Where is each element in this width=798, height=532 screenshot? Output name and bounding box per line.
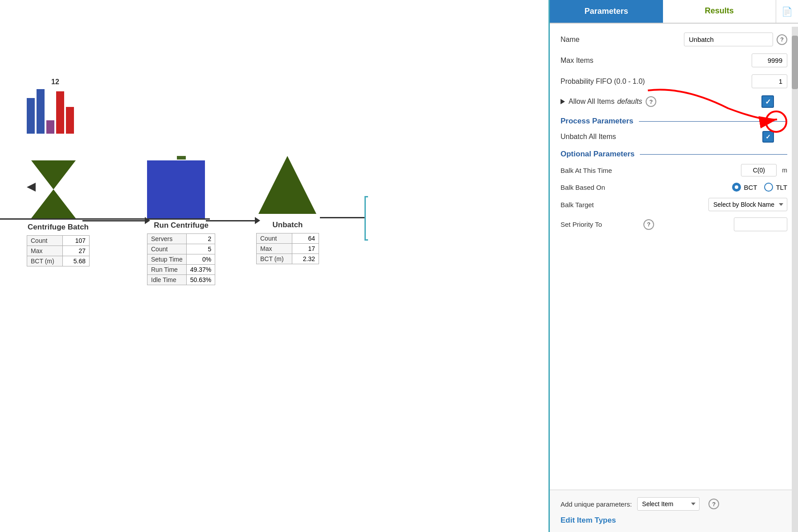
select-item-dropdown[interactable]: Select Item	[637, 497, 700, 511]
process-params-label: Process Parameters	[561, 117, 634, 126]
table-cell: BCT (m)	[257, 254, 292, 264]
allow-all-row: Allow All Items defaults ?	[561, 95, 787, 108]
expand-icon[interactable]	[561, 99, 565, 104]
table-row: Setup Time 0%	[147, 254, 215, 265]
table-cell: Run Time	[147, 265, 187, 275]
bar-2	[37, 89, 45, 134]
radio-tlt-circle[interactable]	[764, 183, 773, 192]
unbatch-all-checkbox[interactable]	[762, 131, 774, 143]
tab-parameters[interactable]: Parameters	[550, 0, 663, 23]
table-cell: 2.32	[292, 254, 319, 264]
radio-bct-circle[interactable]	[732, 183, 741, 192]
probability-row: Probability FIFO (0.0 - 1.0)	[561, 74, 787, 88]
unbatch-all-label: Unbatch All Items	[561, 133, 762, 141]
max-items-input[interactable]	[752, 53, 787, 67]
panel-content: Name ? Max Items Probability FIFO (0.0 -…	[550, 24, 798, 490]
balk-time-unit: m	[782, 167, 787, 174]
balk-radio-group: BCT TLT	[732, 183, 787, 192]
bar-4	[56, 91, 64, 134]
balk-based-row: Balk Based On BCT TLT	[561, 183, 787, 192]
main-container: 12 Centrifuge Batch Count 107 Max 27	[0, 0, 798, 532]
table-cell: BCT (m)	[27, 256, 63, 266]
table-cell: 5.68	[63, 256, 90, 266]
max-items-label: Max Items	[561, 57, 752, 65]
svg-marker-0	[31, 160, 76, 218]
run-centrifuge-label: Run Centrifuge	[147, 221, 215, 230]
add-unique-row: Add unique parameters: Select Item ?	[561, 497, 787, 511]
bar-5	[66, 107, 74, 134]
tabs-header: Parameters Results 📄	[550, 0, 798, 24]
bar-1	[27, 98, 35, 134]
radio-tlt[interactable]: TLT	[764, 183, 787, 192]
table-row: Run Time 49.37%	[147, 265, 215, 275]
table-cell: 64	[292, 233, 319, 244]
edit-item-types-link[interactable]: Edit Item Types	[561, 516, 616, 524]
bar-label: 12	[51, 78, 59, 86]
balk-based-label: Balk Based On	[561, 184, 641, 191]
bar-3	[46, 120, 54, 134]
add-unique-help[interactable]: ?	[708, 499, 719, 509]
unbatch-table: Count 64 Max 17 BCT (m) 2.32	[256, 233, 319, 264]
name-row: Name ?	[561, 33, 787, 46]
set-priority-help[interactable]: ?	[643, 219, 654, 230]
allow-all-checkbox[interactable]	[761, 95, 774, 108]
table-cell: 50.63%	[186, 275, 215, 285]
notes-icon: 📄	[782, 6, 793, 17]
add-unique-label: Add unique parameters:	[561, 500, 632, 508]
table-cell: Max	[27, 246, 63, 256]
flow-arrow-2	[206, 217, 260, 224]
block-centrifuge-batch[interactable]: Centrifuge Batch Count 107 Max 27 BCT (m…	[27, 160, 90, 266]
red-arrow-annotation	[639, 82, 790, 135]
bottom-area: Add unique parameters: Select Item ? Edi…	[550, 490, 798, 532]
unbatch-label: Unbatch	[256, 221, 319, 229]
allow-all-checkbox-container	[761, 95, 774, 108]
name-label: Name	[561, 36, 684, 44]
right-panel: Parameters Results 📄 Name ? Max Items	[548, 0, 798, 532]
table-cell: 27	[63, 246, 90, 256]
balk-time-row: Balk At This Time m	[561, 164, 787, 176]
unbatch-all-row: Unbatch All Items	[561, 131, 787, 143]
table-row: BCT (m) 2.32	[257, 254, 319, 264]
table-cell: 107	[63, 236, 90, 246]
section-line-2	[640, 154, 787, 155]
table-row: Max 17	[257, 244, 319, 254]
max-items-row: Max Items	[561, 53, 787, 67]
allow-all-label: Allow All Items	[569, 98, 614, 106]
balk-target-select[interactable]: Select by Block Name	[708, 198, 787, 211]
table-cell: Count	[27, 236, 63, 246]
table-cell: 5	[186, 244, 215, 254]
optional-params-header: Optional Parameters	[561, 150, 787, 159]
set-priority-input[interactable]	[734, 217, 787, 231]
name-input[interactable]	[684, 33, 773, 46]
tab-notes[interactable]: 📄	[776, 0, 798, 23]
allow-all-defaults: defaults	[617, 98, 642, 106]
probability-input[interactable]	[752, 74, 787, 88]
radio-bct[interactable]: BCT	[732, 183, 757, 192]
table-cell: 2	[186, 234, 215, 244]
table-row: Count 107	[27, 236, 90, 246]
table-cell: Setup Time	[147, 254, 187, 265]
probability-label: Probability FIFO (0.0 - 1.0)	[561, 78, 752, 86]
table-cell: 49.37%	[186, 265, 215, 275]
tab-results[interactable]: Results	[663, 0, 776, 23]
triangle-shape	[256, 154, 319, 216]
table-cell: Count	[147, 244, 187, 254]
block-unbatch[interactable]: Unbatch Count 64 Max 17 BCT (m) 2.32	[256, 154, 319, 264]
set-priority-label: Set Priority To	[561, 221, 641, 228]
table-cell: Idle Time	[147, 275, 187, 285]
centrifuge-batch-table: Count 107 Max 27 BCT (m) 5.68	[27, 235, 90, 266]
hourglass-shape	[27, 160, 80, 218]
optional-params-label: Optional Parameters	[561, 150, 634, 159]
table-row: Servers 2	[147, 234, 215, 244]
table-row: Max 27	[27, 246, 90, 256]
bracket	[364, 196, 368, 241]
allow-all-help-icon[interactable]: ?	[646, 96, 656, 107]
balk-time-input[interactable]	[741, 164, 777, 176]
small-green-indicator	[177, 156, 186, 160]
table-cell: Servers	[147, 234, 187, 244]
balk-target-label: Balk Target	[561, 201, 641, 209]
block-run-centrifuge[interactable]: Run Centrifuge Servers 2 Count 5 Setup T…	[147, 156, 215, 285]
table-cell: Max	[257, 244, 292, 254]
name-help-icon[interactable]: ?	[777, 34, 787, 45]
set-priority-row: Set Priority To ?	[561, 217, 787, 231]
